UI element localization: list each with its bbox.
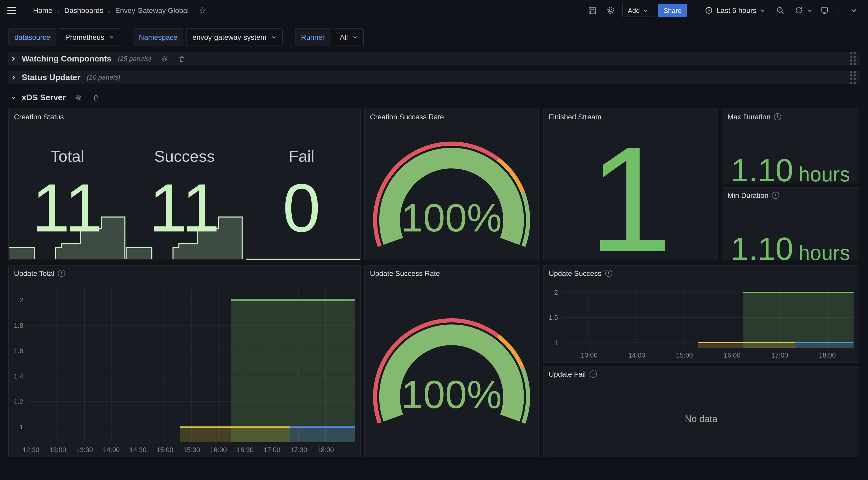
chevron-down-icon xyxy=(109,34,114,39)
grafana-dashboard: Home › Dashboards › Envoy Gateway Global… xyxy=(0,0,868,480)
time-range-picker[interactable]: Last 6 hours xyxy=(702,6,769,14)
svg-text:16:00: 16:00 xyxy=(210,446,227,454)
stat-finished-stream-value: 1 xyxy=(544,124,717,260)
svg-text:100%: 100% xyxy=(401,372,502,416)
svg-text:2: 2 xyxy=(20,296,23,304)
panel-update-fail: Update Fail i No data xyxy=(543,366,859,457)
breadcrumb-current: Envoy Gateway Global xyxy=(115,6,189,14)
row-xds-server[interactable]: xDS Server xyxy=(8,91,860,104)
svg-text:1: 1 xyxy=(20,423,23,431)
variable-runner-value: All xyxy=(340,33,348,41)
variable-runner-select[interactable]: All xyxy=(334,28,364,46)
svg-text:1.8: 1.8 xyxy=(14,322,23,329)
breadcrumb-dashboards[interactable]: Dashboards xyxy=(64,6,103,14)
refresh-icon[interactable] xyxy=(792,3,806,18)
timeseries-update-success[interactable]: 13:0014:0015:0016:0017:0018:0011.52 xyxy=(544,281,859,362)
variable-datasource-value: Prometheus xyxy=(65,33,104,41)
svg-text:14:00: 14:00 xyxy=(103,446,120,454)
top-nav-actions: Add Share Last 6 hours xyxy=(585,3,861,18)
svg-text:13:00: 13:00 xyxy=(49,446,66,454)
panel-title[interactable]: Max Duration xyxy=(727,113,771,121)
row-panel-count: (10 panels) xyxy=(87,73,120,81)
panel-title[interactable]: Min Duration xyxy=(727,191,769,200)
svg-text:15:00: 15:00 xyxy=(157,446,173,454)
info-icon[interactable]: i xyxy=(605,270,612,277)
topnav-expand-chevron-icon[interactable] xyxy=(846,3,861,18)
stat-value: 1.10 xyxy=(731,154,793,186)
row-title[interactable]: Status Updater xyxy=(22,72,81,82)
dashboard-settings-gear-icon[interactable] xyxy=(603,3,618,18)
variable-datasource-select[interactable]: Prometheus xyxy=(59,28,120,46)
svg-text:15:30: 15:30 xyxy=(183,446,200,454)
save-dashboard-icon[interactable] xyxy=(585,3,599,18)
variable-datasource-label: datasource xyxy=(8,28,57,46)
share-button-label: Share xyxy=(663,6,681,14)
zoom-out-icon[interactable] xyxy=(773,3,787,18)
row-panel-count: (25 panels) xyxy=(118,55,151,62)
panel-update-success-rate: Update Success Rate 100% xyxy=(364,265,539,457)
row-status-updater[interactable]: Status Updater (10 panels) xyxy=(8,71,860,84)
chevron-down-icon xyxy=(10,94,17,100)
panel-creation-success-rate: Creation Success Rate 100% xyxy=(364,109,539,261)
panel-title[interactable]: Creation Status xyxy=(14,113,64,121)
panel-max-duration: Max Duration i 1.10 hours xyxy=(722,109,859,183)
share-button[interactable]: Share xyxy=(658,4,686,17)
svg-text:15:00: 15:00 xyxy=(676,351,693,359)
refresh-interval-chevron-icon[interactable] xyxy=(807,7,813,13)
kiosk-monitor-icon[interactable] xyxy=(817,3,831,18)
row-delete-trash-icon[interactable] xyxy=(93,94,99,101)
stat-group: Total 11 Success 11 Fail 0 xyxy=(9,124,360,260)
chevron-down-icon xyxy=(271,34,276,39)
favorite-star-icon[interactable]: ☆ xyxy=(199,5,207,16)
breadcrumb-home[interactable]: Home xyxy=(33,6,53,14)
info-icon[interactable]: i xyxy=(772,192,779,199)
add-button-label: Add xyxy=(628,6,640,14)
panel-title[interactable]: Update Fail xyxy=(549,370,586,378)
row-watching-components[interactable]: Watching Components (25 panels) xyxy=(8,52,860,65)
variable-datasource: datasource Prometheus xyxy=(8,28,120,46)
row-title[interactable]: xDS Server xyxy=(22,93,66,102)
svg-text:14:30: 14:30 xyxy=(130,446,147,454)
chevron-right-icon xyxy=(10,74,17,80)
chevron-right-icon xyxy=(10,56,17,62)
panel-title[interactable]: Creation Success Rate xyxy=(370,113,444,121)
row-settings-gear-icon[interactable] xyxy=(160,55,168,62)
stat-label: Success xyxy=(126,147,243,166)
row-title[interactable]: Watching Components xyxy=(22,54,111,63)
svg-text:1.6: 1.6 xyxy=(14,347,23,355)
row-delete-trash-icon[interactable] xyxy=(178,55,185,62)
timeseries-update-total[interactable]: 12:3013:0013:3014:0014:3015:0015:3016:00… xyxy=(9,281,360,457)
svg-text:1.2: 1.2 xyxy=(14,398,23,406)
chevron-down-icon xyxy=(760,7,766,13)
panel-title[interactable]: Update Success xyxy=(549,269,601,277)
variable-namespace-select[interactable]: envoy-gateway-system xyxy=(186,28,282,46)
menu-hamburger-icon[interactable] xyxy=(7,3,22,18)
panel-title[interactable]: Update Success Rate xyxy=(370,269,440,277)
row-settings-gear-icon[interactable] xyxy=(75,94,83,101)
info-icon[interactable]: i xyxy=(589,370,596,378)
panel-title[interactable]: Update Total xyxy=(14,269,55,277)
variable-runner: Runner All xyxy=(295,28,364,46)
clock-icon xyxy=(705,6,713,14)
variable-namespace: Namespace envoy-gateway-system xyxy=(133,28,283,46)
stat-label: Fail xyxy=(243,147,360,166)
add-button[interactable]: Add xyxy=(622,4,654,17)
svg-text:18:00: 18:00 xyxy=(819,351,836,359)
divider xyxy=(839,5,839,16)
sparkline-success xyxy=(126,215,243,260)
svg-text:17:00: 17:00 xyxy=(771,351,788,359)
svg-text:17:00: 17:00 xyxy=(264,446,280,454)
info-icon[interactable]: i xyxy=(58,270,65,277)
panel-min-duration: Min Duration i 1.10 hours xyxy=(722,187,859,261)
svg-text:12:30: 12:30 xyxy=(23,446,39,454)
gauge-creation-success-rate: 100% xyxy=(365,124,538,260)
row-drag-handle[interactable] xyxy=(850,52,856,65)
top-nav: Home › Dashboards › Envoy Gateway Global… xyxy=(0,0,868,21)
chevron-down-icon xyxy=(643,7,648,13)
info-icon[interactable]: i xyxy=(774,113,781,120)
panel-creation-status: Creation Status Total 11 Success 11 Fail… xyxy=(8,109,361,261)
variable-runner-label: Runner xyxy=(295,28,331,46)
chevron-down-icon xyxy=(352,34,358,39)
row-drag-handle[interactable] xyxy=(850,71,856,84)
panel-finished-stream: Finished Stream 1 xyxy=(543,109,718,261)
